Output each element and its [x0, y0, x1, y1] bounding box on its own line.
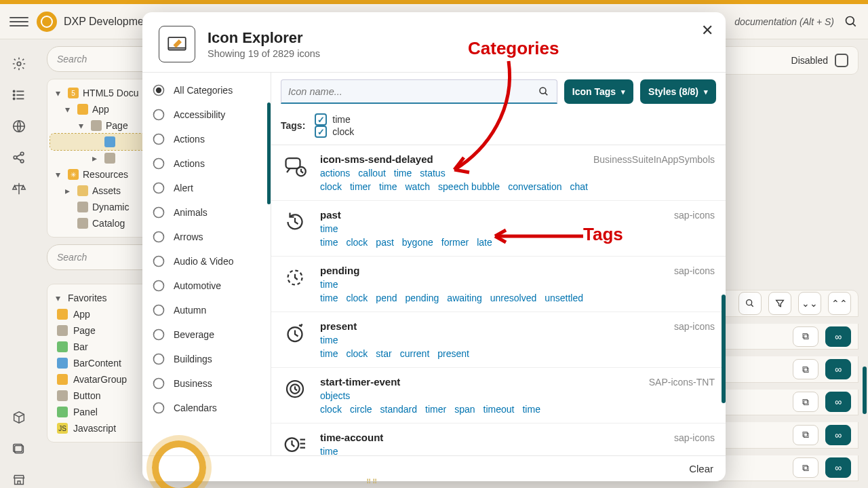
- tag-link[interactable]: time: [320, 237, 338, 248]
- svg-point-31: [154, 208, 164, 218]
- tag-link[interactable]: clock: [320, 404, 342, 415]
- category-option[interactable]: Accessibility: [142, 102, 271, 127]
- svg-point-37: [154, 281, 164, 291]
- close-button[interactable]: ✕: [701, 22, 713, 39]
- category-link[interactable]: time: [320, 279, 338, 290]
- svg-point-35: [154, 257, 164, 267]
- tag-link[interactable]: standard: [380, 404, 417, 415]
- tag-link[interactable]: timer: [425, 404, 446, 415]
- svg-point-36: [156, 259, 161, 264]
- tag-link[interactable]: timer: [350, 181, 371, 192]
- tag-link[interactable]: circle: [350, 404, 372, 415]
- result-row[interactable]: pending sap-icons time timeclockpendpend…: [271, 257, 726, 312]
- category-option[interactable]: Autumn: [142, 298, 271, 322]
- result-row[interactable]: start-timer-event SAP-icons-TNT objects …: [271, 368, 726, 424]
- styles-dropdown[interactable]: Styles (8/8)▾: [640, 79, 716, 104]
- tag-link[interactable]: late: [477, 237, 492, 248]
- result-source: BusinessSuiteInAppSymbols: [593, 154, 715, 165]
- result-source: SAP-icons-TNT: [649, 377, 715, 388]
- tag-link[interactable]: span: [454, 404, 475, 415]
- category-link[interactable]: callout: [358, 168, 385, 179]
- tag-link[interactable]: unsettled: [545, 293, 583, 303]
- tag-link[interactable]: current: [400, 348, 430, 359]
- svg-point-45: [154, 379, 164, 389]
- svg-point-25: [154, 134, 164, 145]
- tag-link[interactable]: clock: [346, 237, 368, 248]
- svg-point-40: [156, 307, 161, 313]
- category-option[interactable]: Beverage: [142, 322, 271, 347]
- dialog-title: Icon Explorer: [208, 29, 320, 47]
- category-option[interactable]: All Categories: [142, 78, 271, 102]
- tag-link[interactable]: time: [320, 348, 338, 359]
- category-link[interactable]: time: [320, 223, 338, 234]
- category-option[interactable]: Automotive: [142, 274, 271, 298]
- category-option[interactable]: Alert: [142, 176, 271, 200]
- active-tags-row: Tags: ✓time✓clock: [271, 111, 726, 145]
- result-icon: [282, 432, 308, 455]
- tag-link[interactable]: clock: [320, 181, 342, 192]
- svg-point-42: [156, 332, 161, 337]
- tag-link[interactable]: unresolved: [490, 293, 537, 303]
- resize-grip-icon[interactable]: ⠿⠿: [366, 478, 378, 485]
- tag-link[interactable]: star: [376, 348, 391, 359]
- tag-link[interactable]: clock: [346, 293, 368, 303]
- tag-link[interactable]: time: [522, 404, 540, 415]
- tag-link[interactable]: conversation: [508, 181, 561, 192]
- category-option[interactable]: Actions: [142, 151, 271, 176]
- result-source: sap-icons: [674, 432, 715, 443]
- svg-point-22: [156, 88, 161, 93]
- result-row[interactable]: icon-sms-send-delayed BusinessSuiteInApp…: [271, 145, 726, 201]
- scrollbar-thumb[interactable]: [722, 295, 726, 403]
- svg-point-47: [154, 403, 164, 413]
- tag-link[interactable]: clock: [346, 348, 368, 359]
- tag-link[interactable]: pend: [376, 293, 397, 303]
- tag-link[interactable]: former: [441, 237, 469, 248]
- category-link[interactable]: status: [420, 168, 445, 179]
- results-list[interactable]: icon-sms-send-delayed BusinessSuiteInApp…: [271, 145, 726, 455]
- tag-link[interactable]: bygone: [402, 237, 433, 248]
- category-link[interactable]: actions: [320, 168, 350, 179]
- scrollbar-thumb[interactable]: [267, 102, 271, 204]
- category-option[interactable]: Animals: [142, 200, 271, 225]
- category-option[interactable]: Calendars: [142, 396, 271, 420]
- tag-link[interactable]: time: [320, 293, 338, 303]
- dialog-title-icon: [159, 26, 195, 62]
- clear-button[interactable]: Clear: [689, 463, 713, 474]
- icon-name-search[interactable]: [281, 79, 557, 104]
- result-source: sap-icons: [674, 321, 715, 332]
- tag-link[interactable]: past: [376, 237, 393, 248]
- result-source: sap-icons: [674, 265, 715, 276]
- result-row[interactable]: present sap-icons time timeclockstarcurr…: [271, 312, 726, 368]
- tag-link[interactable]: watch: [405, 181, 430, 192]
- svg-point-26: [156, 136, 161, 142]
- category-option[interactable]: Business: [142, 371, 271, 396]
- tag-link[interactable]: timeout: [484, 404, 515, 415]
- active-tag-checkbox[interactable]: ✓time: [315, 113, 354, 126]
- svg-point-32: [156, 210, 161, 215]
- category-list[interactable]: All CategoriesAccessibilityActionsAction…: [142, 73, 271, 455]
- icon-tags-dropdown[interactable]: Icon Tags▾: [564, 79, 633, 104]
- tag-link[interactable]: chat: [570, 181, 588, 192]
- tag-link[interactable]: present: [437, 348, 469, 359]
- category-option[interactable]: Arrows: [142, 225, 271, 249]
- result-row[interactable]: past sap-icons time timeclockpastbygonef…: [271, 201, 726, 257]
- tag-link[interactable]: awaiting: [447, 293, 481, 303]
- svg-point-33: [154, 232, 164, 242]
- result-row[interactable]: time-account sap-icons time timeaccountc…: [271, 424, 726, 455]
- tag-link[interactable]: speech bubble: [438, 181, 500, 192]
- result-icon: [282, 265, 308, 290]
- tag-link[interactable]: time: [379, 181, 397, 192]
- category-option[interactable]: Actions: [142, 127, 271, 151]
- category-option[interactable]: Buildings: [142, 347, 271, 371]
- category-option[interactable]: Audio & Video: [142, 249, 271, 274]
- svg-point-27: [154, 159, 164, 169]
- category-link[interactable]: time: [320, 446, 338, 455]
- icon-name-input[interactable]: [288, 86, 538, 97]
- category-link[interactable]: time: [320, 335, 338, 345]
- svg-point-23: [154, 110, 164, 120]
- category-link[interactable]: time: [394, 168, 412, 179]
- category-link[interactable]: objects: [320, 390, 350, 401]
- active-tag-checkbox[interactable]: ✓clock: [315, 126, 354, 138]
- svg-point-44: [156, 356, 161, 362]
- tag-link[interactable]: pending: [406, 293, 439, 303]
